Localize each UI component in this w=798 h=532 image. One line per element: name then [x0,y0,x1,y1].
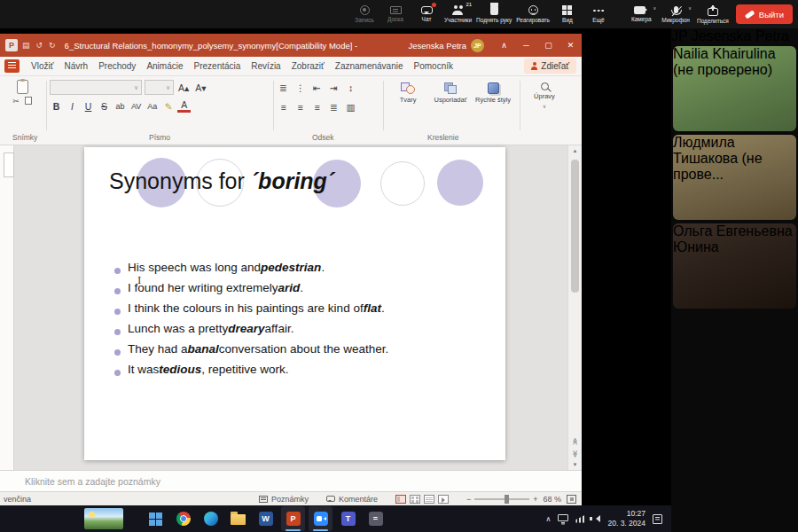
tab-zaznamenavanie[interactable]: Zaznamenávanie [330,61,409,71]
arrange-button[interactable]: Usporiadať [429,78,472,105]
tab-navrh[interactable]: Návrh [59,61,93,71]
taskbar-chrome[interactable] [171,506,195,531]
strikethrough-button[interactable]: S [98,98,111,113]
view-button[interactable]: Вид [554,0,581,28]
share-screen-button[interactable]: Поделиться [697,0,729,28]
network-icon[interactable] [575,515,585,523]
zoom-level[interactable]: 68 % [543,495,561,504]
slide-canvas[interactable]: Synonyms for ´boring´ His speech was lon… [84,147,505,460]
display-icon[interactable] [558,514,568,521]
participant-video-tile[interactable]: Людмила Тишакова (не прове... [673,135,796,220]
vertical-scrollbar[interactable]: ▲ ≪ ≫ ▼ [567,145,582,470]
underline-button[interactable]: U [82,98,95,113]
numbering-button[interactable]: ⋮ [293,80,307,95]
change-case-button[interactable]: Aa [145,98,159,113]
taskbar-powerpoint[interactable]: P [281,506,305,531]
normal-view-button[interactable] [395,495,406,504]
fit-to-window-button[interactable] [567,495,576,504]
align-left-button[interactable]: ≡ [277,99,290,114]
character-spacing-button[interactable]: AV [129,98,143,113]
editing-button[interactable]: Úpravy ∨ [523,78,566,110]
camera-button[interactable]: ∨ Камера [628,0,654,28]
slides-thumbnail-panel[interactable] [0,145,14,470]
zoom-out-button[interactable]: − [466,495,471,504]
italic-button[interactable]: I [66,98,79,113]
text-shadow-button[interactable]: ab [113,98,127,113]
tab-vlozit[interactable]: Vložiť [26,61,59,71]
font-size-combo[interactable]: ∨ [145,80,174,95]
share-button[interactable]: Zdieľať [524,59,576,74]
close-button[interactable]: ✕ [559,34,582,57]
font-color-button[interactable]: A [177,100,191,113]
scroll-down-arrow[interactable]: ▼ [573,462,578,467]
taskbar-explorer[interactable] [226,506,250,531]
volume-icon[interactable] [592,515,600,522]
taskbar-zoom[interactable] [309,506,332,531]
notification-center-icon[interactable] [653,514,662,524]
tab-prechody[interactable]: Prechody [93,61,141,71]
grow-font-button[interactable]: A▴ [176,80,191,95]
leave-meeting-button[interactable]: Выйти [736,4,793,24]
account-area[interactable]: Jesenska Petra JP [409,39,484,52]
increase-indent-button[interactable]: ⇥ [327,80,340,95]
next-slide-button[interactable]: ≫ [571,450,579,457]
taskbar-edge[interactable] [199,506,223,531]
save-icon[interactable]: ▤ [22,41,30,50]
mic-button[interactable]: ∨ Микрофон [661,0,690,28]
slide-title[interactable]: Synonyms for ´boring´ [109,168,334,194]
slide-sorter-view-button[interactable] [410,495,420,504]
scroll-up-arrow[interactable]: ▲ [573,148,578,153]
participant-video-tile[interactable]: Nailia Khairulina (не проверено) [673,46,796,131]
file-tab[interactable] [4,59,20,73]
raise-hand-button[interactable]: Поднять руку [476,0,512,28]
shapes-button[interactable]: Tvary [387,78,429,105]
taskbar-teams[interactable]: T [336,506,360,531]
tab-revizia[interactable]: Revízia [246,61,286,71]
comments-toggle[interactable]: Komentáre [326,495,378,504]
taskbar-clock[interactable]: 10:27 20. 3. 2024 [607,509,645,528]
scrollbar-thumb[interactable] [571,160,579,293]
tab-prezentacia[interactable]: Prezentácia [189,61,246,71]
maximize-button[interactable]: ▢ [537,34,559,57]
camera-chevron-icon[interactable]: ∨ [653,5,657,11]
bullets-button[interactable]: ≣ [277,80,290,95]
cut-icon[interactable]: ✂ [12,97,20,106]
redo-icon[interactable]: ↻ [49,41,56,50]
mic-chevron-icon[interactable]: ∨ [688,5,692,11]
quick-styles-button[interactable]: Rýchle štýly [472,78,514,105]
bold-button[interactable]: B [50,98,63,113]
weather-widget[interactable] [84,508,123,529]
tab-zobrazit[interactable]: Zobraziť [286,61,330,71]
ppt-titlebar[interactable]: P ▤ ↺ ↻ 6_Structural Relations_homonymy_… [0,34,582,57]
slideshow-view-button[interactable] [438,495,449,504]
font-name-combo[interactable]: ∨ [50,80,142,95]
justify-button[interactable]: ≣ [327,99,340,114]
zoom-slider-thumb[interactable] [505,495,509,504]
start-button[interactable] [144,506,168,531]
shrink-font-button[interactable]: A▾ [193,80,207,95]
notes-pane[interactable]: Kliknite sem a zadajte poznámky [0,470,582,491]
zoom-in-button[interactable]: + [533,495,537,504]
line-spacing-button[interactable]: ↕ [344,80,357,95]
participant-video-tile[interactable]: Ольга Евгеньевна Юнина [673,223,796,309]
paste-button[interactable] [17,80,28,94]
notes-toggle[interactable]: Poznámky [259,495,309,504]
account-avatar[interactable]: JP [471,39,484,52]
minimize-button[interactable]: ─ [515,34,537,57]
undo-icon[interactable]: ↺ [36,41,43,50]
decrease-indent-button[interactable]: ⇤ [310,80,324,95]
slide-body-text[interactable]: His speech was long and pedestrian. I fo… [114,261,487,383]
react-button[interactable]: Реагировать [516,0,550,28]
reading-view-button[interactable] [424,495,434,504]
self-avatar[interactable]: JP [671,28,687,43]
previous-slide-button[interactable]: ≪ [571,438,579,444]
align-right-button[interactable]: ≡ [310,99,324,114]
tab-pomocnik[interactable]: Pomocník [409,61,458,71]
columns-button[interactable]: ▥ [344,99,357,114]
language-indicator[interactable]: venčina [4,495,31,504]
taskbar-calculator[interactable]: = [364,506,387,531]
copy-icon[interactable] [25,97,32,105]
record-button[interactable]: Запись [351,0,378,28]
participants-button[interactable]: 21 Участники [444,0,472,28]
participant-video-tile[interactable] [673,461,796,532]
